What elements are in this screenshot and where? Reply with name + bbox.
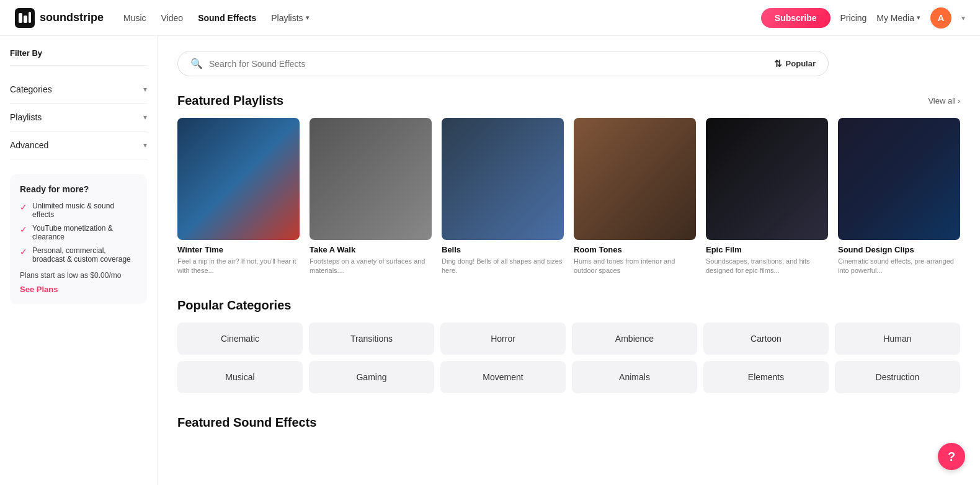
logo[interactable]: soundstripe [15,8,104,28]
plans-note: Plans start as low as $0.00/mo [20,271,137,280]
main-layout: Filter By Categories ▾ Playlists ▾ Advan… [0,36,980,485]
playlist-card-0[interactable]: Winter Time Feel a nip in the air? If no… [177,118,300,276]
nav-links: Music Video Sound Effects Playlists ▾ [123,13,310,23]
playlist-card-desc-2: Ding dong! Bells of all shapes and sizes… [442,257,564,276]
upsell-item-1: ✓ Unlimited music & sound effects [20,202,137,219]
nav-sound-effects[interactable]: Sound Effects [198,13,256,23]
playlists-toggle[interactable]: Playlists ▾ [10,112,147,122]
nav-right: Subscribe Pricing My Media ▾ A ▾ [761,7,965,29]
view-all-button[interactable]: View all › [928,96,960,105]
featured-playlists-title: Featured Playlists [177,94,283,108]
playlist-thumb-5 [838,118,960,240]
my-media-caret: ▾ [917,14,920,22]
category-musical[interactable]: Musical [177,361,303,393]
playlist-card-1[interactable]: Take A Walk Footsteps on a variety of su… [310,118,432,276]
category-elements[interactable]: Elements [703,361,829,393]
subscribe-button[interactable]: Subscribe [761,8,831,28]
svg-rect-3 [29,12,31,23]
avatar-caret[interactable]: ▾ [961,14,965,22]
featured-sound-effects-title: Featured Sound Effects [177,416,960,430]
avatar[interactable]: A [930,7,951,29]
nav-playlists[interactable]: Playlists ▾ [271,13,309,23]
categories-caret: ▾ [143,85,147,94]
upsell-item-3: ✓ Personal, commercial, broadcast & cust… [20,246,137,264]
playlist-grid: Winter Time Feel a nip in the air? If no… [177,118,960,276]
category-cartoon[interactable]: Cartoon [703,323,829,355]
check-icon-3: ✓ [20,247,27,257]
playlist-card-desc-4: Soundscapes, transitions, and hits desig… [706,257,828,276]
playlist-card-title-0: Winter Time [177,245,300,254]
nav-music[interactable]: Music [123,13,146,23]
playlist-card-desc-1: Footsteps on a variety of surfaces and m… [310,257,432,276]
playlist-thumb-3 [574,118,696,240]
sort-icon: ⇅ [774,58,782,69]
popular-categories-header: Popular Categories [177,298,960,313]
playlist-thumb-4 [706,118,828,240]
see-plans-link[interactable]: See Plans [20,285,58,294]
playlist-card-title-4: Epic Film [706,245,828,254]
playlist-card-desc-5: Cinematic sound effects, pre-arranged in… [838,257,960,276]
sidebar-section-playlists: Playlists ▾ [10,104,147,131]
check-icon-1: ✓ [20,202,27,212]
category-gaming[interactable]: Gaming [309,361,434,393]
playlist-thumb-2 [442,118,564,240]
featured-sound-effects-header: Featured Sound Effects [177,416,960,430]
popular-categories-title: Popular Categories [177,298,291,313]
search-icon: 🔍 [190,58,203,69]
category-destruction[interactable]: Destruction [835,361,960,393]
category-human[interactable]: Human [835,323,960,355]
playlist-card-title-2: Bells [442,245,564,254]
main-content: 🔍 ⇅ Popular Featured Playlists View all … [158,36,980,485]
sidebar-section-categories: Categories ▾ [10,76,147,104]
svg-rect-1 [19,13,22,23]
playlist-card-title-5: Sound Design Clips [838,245,960,254]
playlists-sidebar-caret: ▾ [143,113,147,122]
playlist-card-desc-0: Feel a nip in the air? If not, you'll he… [177,257,300,276]
playlist-thumb-1 [310,118,432,240]
sidebar-section-advanced: Advanced ▾ [10,131,147,159]
category-grid: Cinematic Transitions Horror Ambience Ca… [177,323,960,393]
category-cinematic[interactable]: Cinematic [177,323,303,355]
advanced-caret: ▾ [143,141,147,149]
check-icon-2: ✓ [20,225,27,234]
playlist-card-5[interactable]: Sound Design Clips Cinematic sound effec… [838,118,960,276]
playlist-card-title-3: Room Tones [574,245,696,254]
my-media-dropdown[interactable]: My Media ▾ [876,13,920,23]
upsell-heading: Ready for more? [20,184,137,194]
nav-video[interactable]: Video [161,13,184,23]
search-bar: 🔍 ⇅ Popular [177,51,829,76]
playlist-card-title-1: Take A Walk [310,245,432,254]
categories-toggle[interactable]: Categories ▾ [10,84,147,94]
category-ambience[interactable]: Ambience [572,323,697,355]
brand-name: soundstripe [40,11,104,24]
help-button[interactable]: ? [938,443,965,470]
navbar: soundstripe Music Video Sound Effects Pl… [0,0,980,36]
playlist-thumb-0 [177,118,300,240]
sidebar: Filter By Categories ▾ Playlists ▾ Advan… [0,36,158,485]
playlist-card-2[interactable]: Bells Ding dong! Bells of all shapes and… [442,118,564,276]
view-all-chevron: › [958,97,960,105]
category-animals[interactable]: Animals [572,361,697,393]
sort-button[interactable]: ⇅ Popular [774,58,816,69]
category-horror[interactable]: Horror [440,323,566,355]
pricing-link[interactable]: Pricing [840,13,867,23]
playlist-card-4[interactable]: Epic Film Soundscapes, transitions, and … [706,118,828,276]
playlist-card-3[interactable]: Room Tones Hums and tones from interior … [574,118,696,276]
category-movement[interactable]: Movement [440,361,566,393]
upsell-item-2: ✓ YouTube monetization & clearance [20,224,137,241]
upsell-block: Ready for more? ✓ Unlimited music & soun… [10,174,147,304]
advanced-toggle[interactable]: Advanced ▾ [10,140,147,150]
search-input[interactable] [209,59,768,69]
featured-playlists-header: Featured Playlists View all › [177,94,960,108]
category-transitions[interactable]: Transitions [309,323,434,355]
svg-rect-2 [24,16,27,23]
playlist-card-desc-3: Hums and tones from interior and outdoor… [574,257,696,276]
filter-by-label: Filter By [10,48,147,66]
playlists-caret: ▾ [306,14,310,22]
